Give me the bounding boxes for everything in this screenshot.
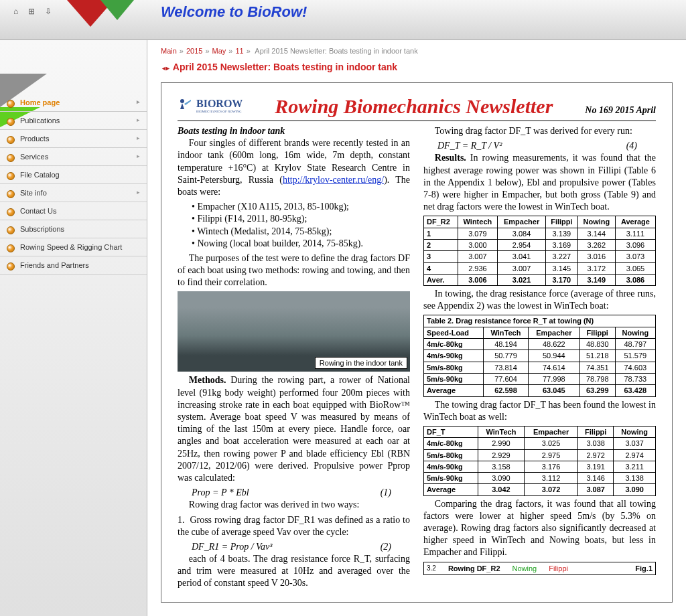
svg-point-0 [180, 99, 184, 103]
sidebar-item[interactable]: Rowing Speed & Rigging Chart [0, 238, 147, 256]
intro-paragraph: Four singles of different brands were re… [178, 137, 410, 198]
logo: BIOROW BIOMECHANICS OF ROWING [178, 97, 243, 113]
sidebar-item[interactable]: Site info▸ [0, 184, 147, 202]
breadcrumb-link[interactable]: May [212, 47, 226, 55]
results-paragraph: Results. In rowing measurements, it was … [423, 152, 656, 213]
expand-icon: ▸ [137, 98, 140, 105]
breadcrumb: Main»2015»May»11» April 2015 Newsletter:… [161, 47, 673, 55]
section-title: Boats testing in indoor tank [178, 125, 410, 137]
boats-list: Empacher (X10 A115, 2013, 85-100kg);Fili… [192, 201, 410, 250]
fig1-chart: 3.2 Rowing DF_R2 Nowing Filippi Fig.1 [423, 562, 656, 575]
logo-text: BIOROW [196, 98, 243, 110]
breadcrumb-current: April 2015 Newsletter: Boats testing in … [255, 47, 417, 55]
breadcrumb-link[interactable]: Main [161, 47, 177, 55]
compare-paragraph: Comparing the drag factors, it was found… [423, 498, 656, 559]
towing-line: Towing drag factor DF_T was derived for … [423, 125, 656, 137]
site-title: Welcome to BioRow! [161, 3, 307, 21]
table-dft: DF_TWinTechEmpacherFilippiNowing4m/c-80k… [423, 426, 656, 496]
sidebar-item[interactable]: Contact Us [0, 202, 147, 220]
expand-icon: ▸ [137, 153, 140, 159]
sidebar-item[interactable]: Subscriptions [0, 220, 147, 238]
document: BIOROW BIOMECHANICS OF ROWING Rowing Bio… [161, 82, 673, 603]
list-item: Wintech (Medalist, 2014, 75-85kg); [192, 226, 410, 238]
methods-paragraph: Methods. During the rowing part, a rower… [178, 374, 410, 484]
list-item: Filippi (F14, 2011, 80-95kg); [192, 213, 410, 225]
expand-icon: ▸ [137, 189, 140, 196]
page-title: April 2015 Newsletter: Boats testing in … [161, 62, 673, 72]
equation-1: Prop = P * Ebl(1) [178, 487, 410, 499]
download-icon[interactable]: ⇩ [45, 7, 52, 16]
logo-sub: BIOMECHANICS OF ROWING [196, 110, 243, 113]
content-area: Main»2015»May»11» April 2015 Newsletter:… [147, 40, 686, 616]
sidebar-item[interactable]: Publications▸ [0, 112, 147, 130]
doc-issue: No 169 2015 April [585, 105, 656, 116]
towing-text: In towing, the drag resistance force (av… [423, 288, 656, 312]
expand-icon: ▸ [137, 117, 140, 123]
doc-title: Rowing Biomechanics Newsletter [251, 95, 577, 118]
krylov-link[interactable]: http://krylov-center.ru/eng/ [283, 175, 384, 185]
figure-tank: Rowing in the indoor tank [178, 291, 410, 372]
breadcrumb-link[interactable]: 11 [235, 47, 243, 55]
sidebar-item[interactable]: Friends and Partners [0, 256, 147, 275]
table-rt: Table 2. Drag resistance force R_T at to… [423, 315, 656, 396]
drag-intro: Rowing drag factor was derived in two wa… [178, 499, 410, 511]
sidebar-item[interactable]: Services▸ [0, 148, 147, 166]
dft-text: The towing drag factor DF_T has been fou… [423, 399, 656, 423]
list-item: Empacher (X10 A115, 2013, 85-100kg); [192, 201, 410, 213]
figure-caption: Rowing in the indoor tank [315, 357, 407, 369]
table-dfr2: DF_R2WintechEmpacherFilippiNowingAverage… [423, 216, 656, 286]
top-bar: ⌂ ⊞ ⇩ Welcome to BioRow! [0, 0, 686, 40]
decor-triangle-green [100, 0, 134, 20]
list-item: Nowing (local boat builder, 2014, 75-85k… [192, 238, 410, 250]
sidebar-item[interactable]: Products▸ [0, 130, 147, 148]
sidebar: Home page▸Publications▸Products▸Services… [0, 40, 147, 616]
purpose-paragraph: The purposes of the test were to define … [178, 252, 410, 289]
equation-2: DF_R1 = Prop / Vav³(2) [178, 541, 410, 553]
col2-intro: each of 4 boats. The drag resistance for… [178, 553, 410, 590]
breadcrumb-link[interactable]: 2015 [186, 47, 202, 55]
home-icon[interactable]: ⌂ [13, 7, 18, 16]
expand-icon: ▸ [137, 135, 140, 141]
gross-def: 1. Gross rowing drag factor DF_R1 was de… [178, 514, 410, 538]
sidebar-item[interactable]: File Catalog [0, 166, 147, 184]
sidebar-item[interactable]: Home page▸ [0, 94, 147, 112]
equation-4: DF_T = R_T / V²(4) [423, 140, 656, 152]
add-icon[interactable]: ⊞ [28, 7, 35, 16]
